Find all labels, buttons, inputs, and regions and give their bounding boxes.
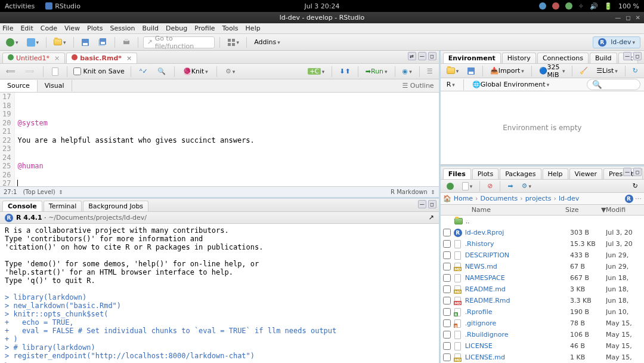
console-popout-button[interactable]: ↗: [428, 214, 434, 222]
minimize-pane-button[interactable]: —: [418, 52, 426, 60]
new-folder-button[interactable]: [444, 182, 456, 191]
more-button[interactable]: ⚙▾: [519, 181, 534, 191]
file-select-checkbox[interactable]: [443, 240, 451, 248]
refresh-button[interactable]: ↻: [630, 66, 640, 76]
minimize-button[interactable]: —: [615, 14, 621, 21]
open-file-button[interactable]: ▾: [51, 38, 69, 47]
source-nav-button[interactable]: ⇄: [408, 52, 416, 60]
show-doc-button[interactable]: [49, 66, 61, 77]
run-button[interactable]: ➡ Run▾: [363, 66, 390, 76]
file-select-checkbox[interactable]: [443, 342, 451, 350]
breadcrumb-link[interactable]: projects: [525, 195, 552, 202]
tab-viewer[interactable]: Viewer: [569, 168, 602, 179]
menu-tools[interactable]: Tools: [222, 24, 238, 32]
maximize-pane-button[interactable]: ◻: [428, 200, 436, 208]
menu-view[interactable]: View: [64, 24, 80, 32]
env-scope-selector[interactable]: 🌐 Global Environment▾: [470, 79, 552, 90]
file-select-checkbox[interactable]: [443, 297, 451, 304]
file-name[interactable]: ld-dev.Rproj: [465, 229, 570, 236]
file-select-checkbox[interactable]: [443, 263, 451, 270]
file-row[interactable]: .Rbuildignore106 BMay 15,: [441, 329, 644, 340]
close-tab-button[interactable]: ×: [126, 54, 132, 62]
file-row[interactable]: NEWS.md67 BJun 29,: [441, 261, 644, 272]
dropbox-icon[interactable]: ✧: [578, 2, 584, 10]
save-button[interactable]: [79, 37, 92, 48]
tab-connections[interactable]: Connections: [537, 53, 589, 63]
spell-check-button[interactable]: ᴬ✓: [137, 66, 150, 76]
clock[interactable]: Jul 3 20:24: [305, 2, 340, 10]
tab-terminal[interactable]: Terminal: [44, 201, 82, 211]
forward-button[interactable]: ⟹: [23, 66, 37, 76]
file-select-checkbox[interactable]: [443, 251, 451, 259]
back-button[interactable]: ⟸: [4, 66, 18, 76]
print-button[interactable]: [120, 37, 133, 48]
file-row[interactable]: LICENSE46 BMay 15,: [441, 340, 644, 352]
source-tab[interactable]: Source: [0, 80, 38, 92]
tab-environment[interactable]: Environment: [443, 53, 501, 63]
menu-edit[interactable]: Edit: [20, 24, 33, 32]
view-mode-button[interactable]: ☰ List▾: [594, 66, 620, 76]
file-select-checkbox[interactable]: [443, 229, 451, 236]
menu-help[interactable]: Help: [246, 24, 261, 32]
goto-file-function-input[interactable]: ↗ Go to file/function: [143, 36, 215, 48]
file-name[interactable]: .Rbuildignore: [465, 331, 570, 339]
maximize-pane-button[interactable]: ◻: [428, 52, 436, 60]
file-list[interactable]: ..Rld-dev.Rproj303 BJul 3, 20.Rhistory15…: [441, 216, 644, 363]
file-name[interactable]: DESCRIPTION: [465, 251, 570, 259]
tab-files[interactable]: Files: [443, 168, 471, 179]
menu-code[interactable]: Code: [41, 24, 57, 32]
tab-build[interactable]: Build: [590, 53, 617, 63]
activities-button[interactable]: Activities: [5, 2, 35, 10]
file-row[interactable]: README.md3 KBJun 18,: [441, 284, 644, 295]
file-select-checkbox[interactable]: [443, 353, 451, 361]
file-name[interactable]: README.md: [465, 285, 570, 293]
file-name[interactable]: NAMESPACE: [465, 274, 570, 282]
file-name[interactable]: .gitignore: [465, 319, 570, 327]
file-row[interactable]: NAMESPACE667 BJun 18,: [441, 272, 644, 284]
save-workspace-button[interactable]: [465, 66, 478, 76]
status-icon[interactable]: [552, 2, 559, 10]
tab-background-jobs[interactable]: Background Jobs: [83, 201, 148, 211]
menu-debug[interactable]: Debug: [166, 24, 187, 32]
delete-button[interactable]: ⊘: [485, 181, 495, 191]
save-all-button[interactable]: [95, 37, 110, 48]
language-indicator[interactable]: R Markdown ⇕: [391, 189, 435, 195]
minimize-pane-button[interactable]: —: [418, 200, 426, 208]
visual-tab[interactable]: Visual: [38, 80, 72, 91]
breadcrumb-link[interactable]: Documents: [481, 195, 518, 202]
close-tab-button[interactable]: ×: [54, 54, 60, 62]
file-select-checkbox[interactable]: [443, 285, 451, 293]
new-file-button[interactable]: ▾: [4, 37, 21, 48]
publish-button[interactable]: ◉▾: [400, 66, 414, 76]
file-row[interactable]: README.Rmd3.3 KBJun 18,: [441, 295, 644, 306]
editor-tab[interactable]: Untitled1*×: [2, 53, 65, 63]
file-row[interactable]: Rld-dev.Rproj303 BJul 3, 20: [441, 227, 644, 238]
env-search-input[interactable]: [587, 79, 640, 90]
outline-button[interactable]: ☰ Outline: [402, 82, 438, 90]
addins-button[interactable]: Addins▾: [252, 37, 283, 47]
menu-plots[interactable]: Plots: [87, 24, 103, 32]
file-row[interactable]: .gitignore78 BMay 15,: [441, 318, 644, 329]
tools-grid-button[interactable]: ▾: [225, 37, 242, 48]
new-file-button[interactable]: ▾: [460, 181, 475, 192]
clear-workspace-button[interactable]: 🧹: [577, 66, 590, 76]
rproj-icon[interactable]: R: [625, 195, 633, 203]
menu-file[interactable]: File: [2, 24, 13, 32]
breadcrumb-link[interactable]: ld-dev: [559, 195, 579, 202]
knit-button[interactable]: 🧶 Knit▾: [181, 66, 210, 76]
run-previous-button[interactable]: ⬇⬆: [337, 66, 352, 76]
new-project-button[interactable]: ▾: [24, 37, 42, 48]
knit-on-save-checkbox[interactable]: Knit on Save: [73, 67, 125, 75]
menu-profile[interactable]: Profile: [194, 24, 215, 32]
file-select-checkbox[interactable]: [443, 331, 451, 339]
code-editor[interactable]: 1718192021222324252627 @system You are a…: [0, 93, 439, 186]
file-row[interactable]: .Rprofile190 BJun 10,: [441, 306, 644, 318]
maximize-pane-button[interactable]: ◻: [633, 168, 642, 176]
file-name[interactable]: LICENSE.md: [465, 353, 570, 361]
minimize-pane-button[interactable]: —: [623, 168, 631, 176]
outline-toggle-button[interactable]: ☰: [425, 66, 435, 76]
tab-plots[interactable]: Plots: [472, 168, 499, 179]
menu-session[interactable]: Session: [110, 24, 135, 32]
tab-help[interactable]: Help: [543, 168, 568, 179]
file-name[interactable]: .Rprofile: [465, 308, 570, 316]
